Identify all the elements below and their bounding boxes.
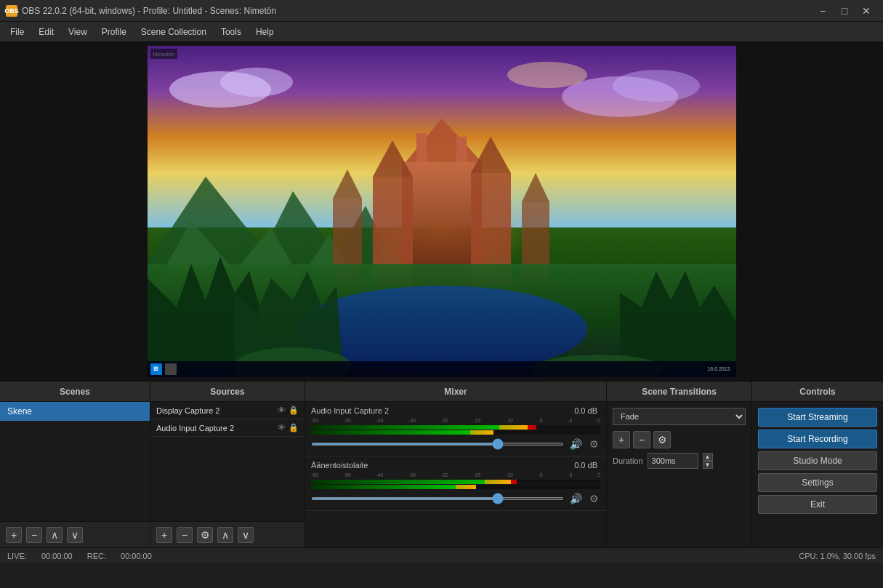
source-lock-icon-audio[interactable]: 🔒	[289, 423, 299, 432]
rec-time: 00:00:00	[121, 552, 152, 560]
canvas-taskbar: ⊞ 16.6.2013	[148, 361, 736, 377]
svg-point-26	[613, 70, 700, 102]
live-time: 00:00:00	[41, 552, 73, 560]
sources-settings-button[interactable]: ⚙	[197, 527, 213, 543]
sources-header: Sources	[150, 382, 305, 402]
mixer-channel-2: Äänentoistolaite 0.0 dB -60-50-40-30-20-…	[305, 456, 606, 511]
title-text: OBS 22.0.2 (64-bit, windows) - Profile: …	[22, 6, 276, 16]
menu-help[interactable]: Help	[249, 24, 281, 40]
source-icons-display: 👁 🔒	[278, 406, 299, 415]
mixer-content: Audio Input Capture 2 0.0 dB -60-50-40-3…	[305, 402, 606, 547]
mixer-ch1-meter2	[311, 430, 600, 435]
mixer-ch1-meter1	[311, 425, 600, 430]
mixer-ch2-settings-button[interactable]: ⚙	[588, 491, 600, 506]
menu-profile[interactable]: Profile	[94, 24, 134, 40]
mixer-ch1-settings-button[interactable]: ⚙	[588, 437, 600, 451]
source-item-audio-capture[interactable]: Audio Input Capture 2 👁 🔒	[150, 419, 305, 437]
source-eye-icon[interactable]: 👁	[278, 406, 286, 415]
mixer-ch2-slider-row: 🔊 ⚙	[311, 491, 600, 506]
canvas-overlay: Nimetön	[150, 49, 178, 59]
mixer-ch1-labels: -60-50-40-30-20-15-10-5-30	[311, 418, 600, 423]
mixer-ch1-name: Audio Input Capture 2	[311, 406, 389, 415]
sources-up-button[interactable]: ∧	[217, 527, 233, 543]
start-streaming-button[interactable]: Start Streaming	[758, 408, 877, 427]
mixer-ch2-meter2	[311, 485, 600, 489]
canvas-scene-svg	[148, 46, 736, 377]
mixer-ch1-mute-button[interactable]: 🔊	[568, 437, 584, 451]
minimize-button[interactable]: −	[812, 0, 834, 22]
rec-label: REC:	[87, 552, 106, 560]
scene-item-skene[interactable]: Skene	[0, 402, 150, 421]
transition-remove-button[interactable]: −	[633, 431, 650, 448]
mixer-ch2-name: Äänentoistolaite	[311, 461, 368, 470]
window-controls: − □ ✕	[812, 0, 877, 22]
duration-up-button[interactable]: ▲	[703, 453, 713, 461]
start-recording-button[interactable]: Start Recording	[758, 430, 877, 448]
scenes-footer: + − ∧ ∨	[0, 521, 150, 547]
studio-mode-button[interactable]: Studio Mode	[758, 451, 877, 470]
sources-add-button[interactable]: +	[156, 527, 172, 543]
duration-spin: ▲ ▼	[703, 453, 713, 469]
svg-rect-6	[416, 133, 427, 162]
menu-tools[interactable]: Tools	[214, 24, 249, 40]
menu-edit[interactable]: Edit	[31, 24, 61, 40]
source-name-audio-capture: Audio Input Capture 2	[156, 424, 234, 432]
source-eye-icon-audio[interactable]: 👁	[278, 423, 286, 432]
source-icons-audio: 👁 🔒	[278, 423, 299, 432]
mixer-panel: Mixer Audio Input Capture 2 0.0 dB -60-5…	[305, 382, 607, 547]
scenes-remove-button[interactable]: −	[26, 527, 42, 543]
transition-settings-button[interactable]: ⚙	[653, 431, 671, 448]
controls-content: Start Streaming Start Recording Studio M…	[752, 402, 883, 547]
svg-point-27	[507, 62, 587, 88]
mixer-ch2-header: Äänentoistolaite 0.0 dB	[311, 461, 600, 470]
controls-panel: Controls Start Streaming Start Recording…	[752, 382, 883, 547]
duration-row: Duration ▲ ▼	[613, 453, 746, 469]
menu-scene-collection[interactable]: Scene Collection	[134, 24, 214, 40]
bottom-panel: Scenes Skene + − ∧ ∨ Sources Display Cap…	[0, 380, 883, 547]
sources-footer: + − ⚙ ∧ ∨	[150, 521, 305, 547]
sources-down-button[interactable]: ∨	[238, 527, 254, 543]
preview-canvas: ⊞ 16.6.2013 Nimetön	[148, 46, 736, 377]
mixer-ch2-mute-button[interactable]: 🔊	[568, 491, 584, 506]
menu-bar: File Edit View Profile Scene Collection …	[0, 22, 883, 42]
scenes-down-button[interactable]: ∨	[67, 527, 83, 543]
sources-remove-button[interactable]: −	[177, 527, 193, 543]
maximize-button[interactable]: □	[834, 0, 855, 22]
scenes-add-button[interactable]: +	[6, 527, 22, 543]
transitions-header: Scene Transitions	[607, 382, 751, 402]
transitions-panel: Scene Transitions Fade Cut Swipe Slide S…	[607, 382, 752, 547]
duration-input[interactable]	[648, 453, 698, 469]
mixer-ch2-volume-slider[interactable]	[311, 497, 564, 500]
title-bar-left: OBS OBS 22.0.2 (64-bit, windows) - Profi…	[6, 5, 276, 17]
duration-label: Duration	[613, 456, 643, 465]
transition-add-button[interactable]: +	[613, 431, 630, 448]
obs-icon: OBS	[6, 5, 17, 17]
mixer-ch2-meter1	[311, 480, 600, 484]
transition-type-select[interactable]: Fade Cut Swipe Slide Stinger Luma Wipe	[613, 408, 746, 425]
menu-view[interactable]: View	[61, 24, 94, 40]
transitions-content: Fade Cut Swipe Slide Stinger Luma Wipe +…	[607, 402, 751, 547]
source-lock-icon[interactable]: 🔒	[289, 406, 299, 415]
source-name-display-capture: Display Capture 2	[156, 406, 219, 415]
live-label: LIVE:	[7, 552, 27, 560]
controls-header: Controls	[752, 382, 883, 402]
mixer-ch1-slider-row: 🔊 ⚙	[311, 437, 600, 451]
mixer-ch1-db: 0.0 dB	[574, 406, 597, 415]
transition-buttons-row: + − ⚙	[613, 431, 746, 448]
svg-point-24	[220, 68, 293, 97]
duration-down-button[interactable]: ▼	[703, 461, 713, 469]
mixer-header: Mixer	[305, 382, 606, 402]
mixer-ch1-volume-slider[interactable]	[311, 443, 564, 446]
status-bar: LIVE: 00:00:00 REC: 00:00:00 CPU: 1.0%, …	[0, 547, 883, 563]
mixer-ch1-header: Audio Input Capture 2 0.0 dB	[311, 406, 600, 415]
menu-file[interactable]: File	[3, 24, 31, 40]
exit-button[interactable]: Exit	[758, 495, 877, 514]
close-button[interactable]: ✕	[855, 0, 877, 22]
sources-panel: Sources Display Capture 2 👁 🔒 Audio Inpu…	[150, 382, 305, 547]
mixer-channel-1: Audio Input Capture 2 0.0 dB -60-50-40-3…	[305, 402, 606, 456]
scenes-up-button[interactable]: ∧	[47, 527, 63, 543]
source-item-display-capture[interactable]: Display Capture 2 👁 🔒	[150, 402, 305, 419]
svg-rect-7	[456, 137, 467, 162]
title-bar: OBS OBS 22.0.2 (64-bit, windows) - Profi…	[0, 0, 883, 22]
settings-button[interactable]: Settings	[758, 473, 877, 492]
